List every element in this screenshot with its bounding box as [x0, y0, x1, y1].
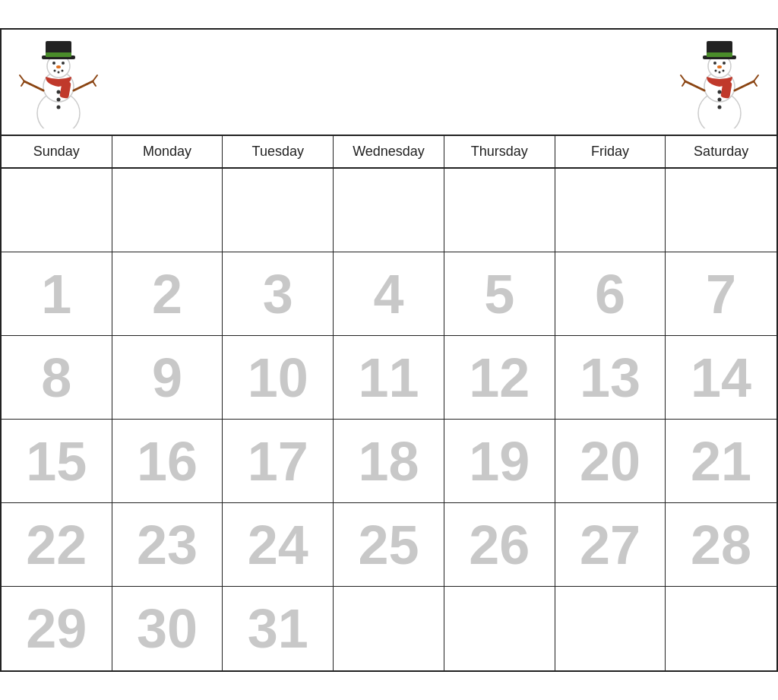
- day-header-monday: Monday: [112, 136, 223, 167]
- date-number: 31: [248, 601, 308, 656]
- svg-point-19: [57, 90, 61, 94]
- svg-point-28: [713, 62, 716, 65]
- svg-line-38: [735, 81, 754, 90]
- svg-line-15: [21, 81, 24, 86]
- svg-point-32: [719, 71, 721, 74]
- date-number: 5: [484, 267, 514, 321]
- calendar-day-18: 18: [334, 420, 444, 503]
- date-number: 18: [358, 434, 419, 489]
- date-number: 17: [248, 434, 308, 489]
- svg-line-17: [93, 75, 97, 81]
- date-number: 21: [691, 434, 751, 489]
- svg-line-35: [685, 81, 704, 90]
- empty-cell: [666, 587, 776, 670]
- calendar-day-29: 29: [2, 587, 112, 670]
- calendar-day-11: 11: [334, 336, 444, 420]
- calendar-day-2: 2: [112, 252, 223, 336]
- calendar: SundayMondayTuesdayWednesdayThursdayFrid…: [0, 28, 778, 672]
- svg-point-21: [57, 106, 61, 109]
- calendar-day-26: 26: [444, 503, 555, 587]
- empty-cell: [2, 169, 112, 252]
- date-number: 30: [137, 601, 198, 656]
- day-header-wednesday: Wednesday: [334, 136, 444, 167]
- empty-cell: [555, 169, 666, 252]
- svg-line-14: [20, 75, 24, 81]
- svg-line-37: [682, 81, 685, 86]
- date-number: 10: [248, 350, 308, 405]
- calendar-day-21: 21: [666, 420, 776, 503]
- svg-rect-27: [707, 52, 732, 57]
- date-number: 11: [358, 350, 419, 405]
- date-number: 29: [26, 601, 87, 656]
- calendar-day-7: 7: [666, 252, 776, 336]
- date-number: 6: [595, 267, 625, 321]
- date-number: 23: [137, 518, 198, 572]
- date-number: 27: [580, 518, 640, 572]
- date-number: 26: [469, 518, 530, 572]
- date-number: 8: [41, 350, 71, 405]
- day-header-friday: Friday: [555, 136, 666, 167]
- calendar-day-6: 6: [555, 252, 666, 336]
- svg-line-13: [24, 81, 43, 90]
- day-header-sunday: Sunday: [2, 136, 112, 167]
- date-number: 19: [469, 434, 530, 489]
- day-header-tuesday: Tuesday: [223, 136, 334, 167]
- date-number: 14: [691, 350, 751, 405]
- date-number: 22: [26, 518, 87, 572]
- svg-point-10: [58, 71, 60, 74]
- calendar-day-20: 20: [555, 420, 666, 503]
- calendar-day-15: 15: [2, 420, 112, 503]
- calendar-day-9: 9: [112, 336, 223, 420]
- calendar-header: [2, 30, 776, 136]
- svg-point-8: [56, 65, 61, 68]
- date-number: 15: [26, 434, 87, 489]
- svg-line-36: [681, 75, 685, 81]
- calendar-day-13: 13: [555, 336, 666, 420]
- calendar-day-27: 27: [555, 503, 666, 587]
- calendar-day-3: 3: [223, 252, 334, 336]
- svg-point-33: [723, 70, 725, 72]
- day-header-saturday: Saturday: [666, 136, 776, 167]
- empty-cell: [334, 587, 444, 670]
- svg-point-29: [723, 62, 726, 65]
- snowman-right-icon: [678, 37, 761, 131]
- calendar-day-10: 10: [223, 336, 334, 420]
- empty-cell: [223, 169, 334, 252]
- svg-point-7: [62, 62, 65, 65]
- date-number: 2: [152, 267, 182, 321]
- calendar-day-8: 8: [2, 336, 112, 420]
- empty-cell: [555, 587, 666, 670]
- calendar-day-28: 28: [666, 503, 776, 587]
- calendar-day-14: 14: [666, 336, 776, 420]
- calendar-day-16: 16: [112, 420, 223, 503]
- calendar-grid: 1234567891011121314151617181920212223242…: [2, 169, 776, 670]
- calendar-day-4: 4: [334, 252, 444, 336]
- calendar-day-19: 19: [444, 420, 555, 503]
- calendar-day-12: 12: [444, 336, 555, 420]
- svg-line-40: [754, 81, 757, 86]
- date-number: 25: [358, 518, 419, 572]
- calendar-day-23: 23: [112, 503, 223, 587]
- svg-point-20: [57, 98, 61, 102]
- calendar-day-30: 30: [112, 587, 223, 670]
- svg-point-30: [717, 65, 722, 68]
- svg-line-18: [93, 81, 96, 86]
- date-number: 12: [469, 350, 530, 405]
- calendar-day-5: 5: [444, 252, 555, 336]
- date-number: 4: [373, 267, 403, 321]
- calendar-day-31: 31: [223, 587, 334, 670]
- svg-point-43: [718, 106, 722, 109]
- calendar-day-25: 25: [334, 503, 444, 587]
- svg-line-39: [754, 75, 758, 81]
- svg-point-11: [62, 70, 64, 72]
- svg-line-16: [74, 81, 93, 90]
- svg-rect-5: [46, 52, 71, 57]
- empty-cell: [334, 169, 444, 252]
- date-number: 1: [41, 267, 71, 321]
- empty-cell: [666, 169, 776, 252]
- date-number: 16: [137, 434, 198, 489]
- date-number: 7: [706, 267, 736, 321]
- date-number: 20: [580, 434, 640, 489]
- empty-cell: [444, 587, 555, 670]
- date-number: 3: [263, 267, 293, 321]
